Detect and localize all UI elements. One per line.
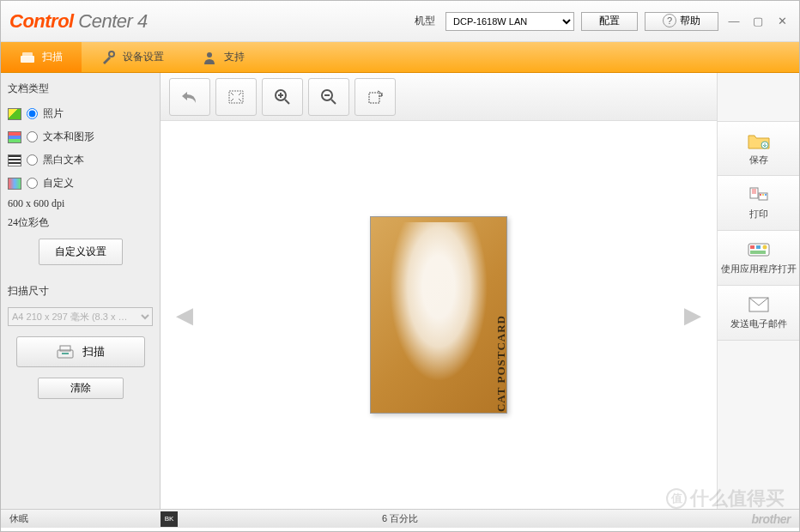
brand-logo: brother [752, 512, 791, 526]
svg-rect-13 [760, 194, 761, 196]
svg-point-2 [109, 51, 114, 57]
rotate-icon [367, 88, 384, 106]
scan-button[interactable]: 扫描 [16, 336, 145, 367]
prev-page-arrow[interactable]: ◀ [176, 302, 193, 329]
option-bw-text[interactable]: 黑白文本 [8, 151, 153, 169]
save-button[interactable]: 保存 [718, 121, 799, 176]
text-graphics-icon [8, 131, 21, 143]
option-custom-radio[interactable] [27, 178, 38, 189]
open-app-icon [748, 240, 770, 259]
model-select[interactable]: DCP-1618W LAN [445, 12, 574, 31]
help-button[interactable]: ?帮助 [645, 12, 718, 31]
undo-icon [180, 89, 199, 105]
scanner-icon [20, 50, 35, 65]
folder-save-icon [748, 131, 770, 150]
close-button[interactable]: ✕ [773, 14, 791, 29]
undo-button[interactable] [169, 78, 210, 116]
tools-icon [100, 50, 116, 65]
tab-device-settings[interactable]: 设备设置 [82, 42, 183, 72]
svg-point-3 [207, 52, 212, 57]
status-mode: 休眠 [1, 512, 37, 525]
scanned-image[interactable]: CAT POSTCARD [370, 216, 507, 414]
person-icon [202, 50, 217, 65]
zoom-in-icon [274, 88, 291, 106]
model-label: 机型 [415, 14, 435, 28]
scan-size-select[interactable]: A4 210 x 297 毫米 (8.3 x … [8, 307, 153, 326]
help-icon: ? [663, 14, 676, 27]
app-logo: Control Center 4 [9, 10, 148, 33]
scan-device-icon [57, 344, 74, 360]
option-text-graphics[interactable]: 文本和图形 [8, 128, 153, 146]
left-sidebar: 文档类型 照片 文本和图形 黑白文本 自定义 600 x 600 dpi 24位… [1, 73, 161, 509]
right-action-bar: 保存 打印 使用应用程序打开 发送电子邮件 [717, 73, 799, 509]
option-photo[interactable]: 照片 [8, 105, 153, 123]
logo-sub: Center 4 [78, 10, 147, 32]
rotate-button[interactable] [355, 78, 396, 116]
photo-icon [8, 108, 21, 120]
clear-button[interactable]: 清除 [38, 378, 124, 399]
document-type-title: 文档类型 [8, 80, 153, 100]
svg-point-19 [762, 245, 767, 250]
main-area: 文档类型 照片 文本和图形 黑白文本 自定义 600 x 600 dpi 24位… [1, 73, 799, 509]
open-with-app-button[interactable]: 使用应用程序打开 [718, 231, 799, 286]
tab-support-label: 支持 [224, 50, 245, 64]
resolution-info: 600 x 600 dpi [8, 197, 153, 210]
postcard-caption: CAT POSTCARD [494, 315, 507, 412]
bw-text-icon [8, 154, 21, 166]
minimize-button[interactable]: — [725, 14, 742, 29]
config-button[interactable]: 配置 [581, 12, 638, 31]
fit-screen-icon [227, 89, 245, 105]
envelope-icon [748, 295, 770, 314]
print-button[interactable]: 打印 [718, 176, 799, 231]
watermark: 值 什么值得买 [666, 486, 785, 511]
zoom-out-icon [320, 88, 337, 106]
watermark-text: 什么值得买 [690, 486, 785, 511]
main-tabs: 扫描 设备设置 支持 [1, 42, 799, 73]
svg-rect-15 [765, 194, 767, 196]
svg-rect-0 [21, 56, 34, 63]
maximize-button[interactable]: ▢ [749, 14, 767, 29]
option-custom[interactable]: 自定义 [8, 174, 153, 192]
custom-icon [8, 178, 21, 190]
preview-panel: ◀ CAT POSTCARD ▶ [161, 73, 717, 509]
svg-rect-1 [22, 52, 33, 57]
next-page-arrow[interactable]: ▶ [684, 302, 701, 329]
preview-toolbar [161, 73, 717, 121]
svg-rect-18 [756, 245, 761, 249]
option-bw-text-radio[interactable] [27, 154, 38, 166]
tab-device-label: 设备设置 [123, 50, 164, 64]
title-bar: Control Center 4 机型 DCP-1618W LAN 配置 ?帮助… [1, 1, 799, 42]
watermark-badge: 值 [666, 488, 687, 509]
status-zoom: 6 百分比 [382, 512, 418, 525]
ink-level-icon[interactable]: BK [161, 511, 178, 527]
color-depth-info: 24位彩色 [8, 215, 153, 230]
zoom-in-button[interactable] [262, 78, 303, 116]
print-icon [748, 185, 770, 204]
option-photo-radio[interactable] [27, 108, 38, 119]
svg-rect-17 [750, 245, 755, 249]
send-email-button[interactable]: 发送电子邮件 [718, 286, 799, 341]
scan-size-title: 扫描尺寸 [8, 282, 153, 302]
zoom-out-button[interactable] [308, 78, 349, 116]
option-text-graphics-radio[interactable] [27, 131, 38, 142]
tab-scan[interactable]: 扫描 [1, 42, 82, 72]
tab-support[interactable]: 支持 [183, 42, 264, 72]
preview-canvas: ◀ CAT POSTCARD ▶ [161, 121, 717, 509]
fit-screen-button[interactable] [215, 78, 257, 116]
status-bar: 休眠 BK 6 百分比 brother [1, 509, 799, 528]
custom-settings-button[interactable]: 自定义设置 [39, 239, 123, 265]
logo-main: Control [9, 10, 74, 32]
tab-scan-label: 扫描 [42, 50, 63, 64]
svg-rect-14 [762, 194, 764, 196]
svg-rect-9 [369, 93, 379, 103]
svg-rect-20 [750, 251, 766, 254]
